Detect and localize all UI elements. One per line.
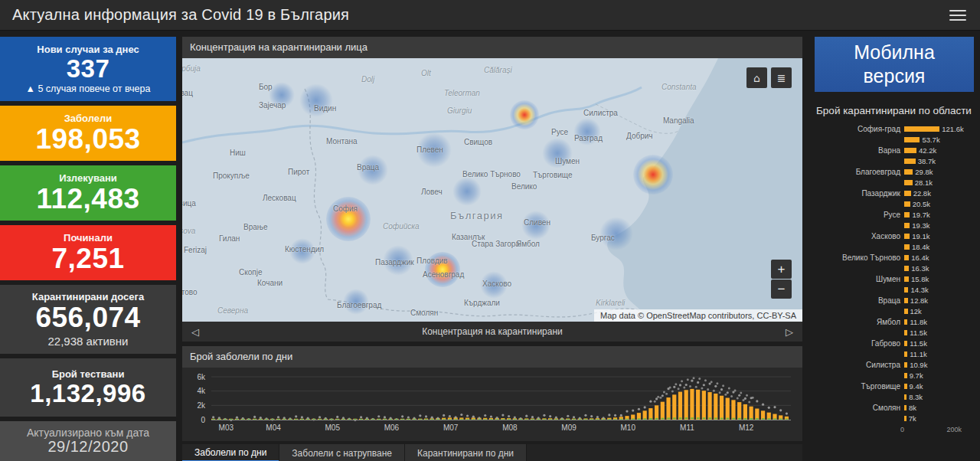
region-row: 8.3k — [815, 391, 974, 402]
tab-quarantined-daily[interactable]: Карантинирани по дни — [405, 444, 527, 461]
tab-infected-daily[interactable]: Заболели по дни — [182, 444, 279, 461]
map-panel-title: Концентрация на карантинирани лица — [182, 37, 802, 58]
axis-max-label: 200k — [946, 426, 962, 433]
region-value: 29.8k — [915, 168, 933, 176]
region-label: Велико Търново — [815, 253, 904, 262]
infected-card-label: Заболели — [64, 113, 113, 124]
region-bar — [904, 201, 910, 207]
region-row: Хасково19.1k — [815, 230, 974, 241]
region-row: 7k — [815, 413, 974, 423]
region-row: 20.5k — [815, 198, 974, 209]
quarantined-card-value: 656,074 — [35, 302, 140, 333]
region-row: 53.7k — [815, 134, 974, 145]
new-cases-card: Нови случаи за днес337▲ 5 случая повече … — [0, 37, 176, 101]
region-value: 19.7k — [912, 211, 929, 219]
deaths-card: Починали7,251 — [0, 225, 176, 280]
region-bar — [904, 287, 908, 293]
region-label: Силистра — [815, 361, 904, 369]
region-row: 14.3k — [815, 284, 974, 295]
zoom-out-button[interactable]: − — [771, 280, 792, 299]
region-bar — [904, 148, 916, 153]
map-legend-button[interactable]: ≣ — [771, 67, 792, 88]
menu-icon[interactable] — [948, 4, 968, 27]
region-label: Шумен — [815, 275, 904, 283]
region-bar — [904, 362, 907, 368]
region-label: Русе — [815, 211, 904, 219]
region-bar — [904, 309, 908, 314]
region-row: 19.3k — [815, 220, 974, 230]
region-row: 11.5k — [815, 327, 974, 338]
region-bar — [904, 319, 907, 325]
region-row: София-град121.6k — [815, 123, 974, 134]
bottom-tabs: Заболели по дниЗаболели с натрупванеКара… — [182, 444, 802, 461]
region-row: 9.7k — [815, 370, 974, 381]
region-value: 19.3k — [912, 221, 929, 230]
x-tick-label: M07 — [443, 423, 459, 432]
grid-lines: 02k4k6k — [197, 373, 791, 424]
carousel-prev-icon[interactable]: ◁ — [182, 322, 208, 342]
region-row: 18.4k — [815, 241, 974, 252]
x-tick-label: M04 — [266, 423, 281, 432]
axis-min-label: 0 — [900, 426, 904, 433]
zoom-in-button[interactable]: + — [771, 260, 792, 279]
region-bar-chart: София-град121.6k53.7kВарна42.2k38.7kБлаг… — [815, 123, 974, 423]
y-tick-label: 2k — [197, 401, 206, 410]
daily-cases-title: Брой заболели по дни — [182, 346, 802, 368]
region-row: Враца12.8k — [815, 295, 974, 306]
region-bar — [904, 126, 939, 132]
x-tick-label: M03 — [219, 423, 234, 432]
region-value: 15.8k — [911, 275, 929, 283]
region-chart-axis: 0 200k — [900, 426, 962, 433]
region-bar — [904, 234, 910, 239]
region-chart-title: Брой карантинирани по области — [816, 105, 974, 116]
region-label: Търговище — [815, 382, 904, 391]
region-bar — [904, 223, 910, 228]
quarantined-card: Карантинирани досега656,07422,938 активн… — [0, 285, 176, 354]
map-home-button[interactable]: ⌂ — [746, 67, 767, 88]
region-label: Смолян — [815, 404, 904, 412]
region-value: 19.1k — [912, 232, 929, 240]
y-tick-label: 6k — [197, 373, 206, 381]
x-tick-label: M10 — [621, 423, 636, 432]
x-tick-label: M09 — [561, 423, 577, 432]
new-cases-card-note: ▲ 5 случая повече от вчера — [26, 83, 151, 94]
quarantined-card-label: Карантинирани досега — [32, 291, 144, 302]
region-label: Варна — [815, 146, 904, 155]
tab-infected-cumulative[interactable]: Заболели с натрупване — [279, 444, 405, 461]
new-cases-card-value: 337 — [67, 55, 110, 83]
x-tick-label: M05 — [325, 423, 341, 432]
updated-card-value: 29/12/2020 — [47, 439, 128, 456]
region-bar — [904, 169, 913, 175]
region-bar — [904, 416, 906, 421]
y-tick-label: 0 — [201, 416, 205, 424]
mobile-version-button[interactable]: Мобилна версия — [815, 37, 974, 92]
covid-dashboard: Актуална информация за Covid 19 в Българ… — [0, 0, 980, 461]
tested-card-label: Брой тествани — [52, 368, 125, 380]
quarantine-heatmap[interactable]: СрбијаКрагујевацБорЗајечарВидинМонтанаНи… — [182, 58, 802, 322]
deaths-card-label: Починали — [64, 232, 113, 244]
region-value: 7k — [909, 414, 916, 423]
orange-bars — [211, 389, 789, 420]
region-bar — [904, 394, 906, 400]
region-row: Търговище9.4k — [815, 381, 974, 391]
region-value: 11.5k — [910, 329, 927, 337]
app-header: Актуална информация за Covid 19 в Българ… — [0, 0, 980, 31]
region-bar — [904, 244, 910, 250]
recovered-card-label: Излекувани — [59, 172, 117, 184]
region-row: Велико Търново16.4k — [815, 252, 974, 263]
region-row: Варна42.2k — [815, 145, 974, 155]
region-row: Русе19.7k — [815, 209, 974, 220]
region-value: 16.3k — [911, 264, 929, 273]
region-label: София-град — [815, 125, 904, 133]
region-label: Габрово — [815, 339, 904, 348]
daily-cases-panel: Брой заболели по дни 02k4k6kM03M04M05M06… — [182, 346, 802, 441]
map-toolbar: ⌂ ≣ — [746, 67, 792, 88]
region-bar — [904, 330, 907, 335]
carousel-next-icon[interactable]: ▷ — [776, 322, 802, 342]
recovered-card-value: 112,483 — [36, 184, 139, 214]
region-row: Смолян8k — [815, 402, 974, 413]
region-value: 10.9k — [910, 361, 927, 369]
region-value: 8.3k — [909, 393, 923, 401]
region-value: 20.5k — [913, 200, 930, 208]
region-value: 22.8k — [913, 189, 931, 198]
